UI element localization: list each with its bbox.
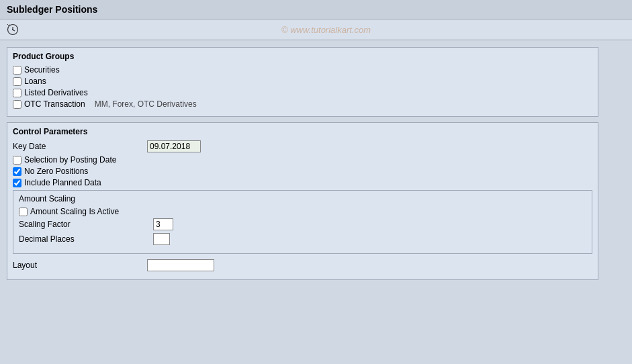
otc-sublabel: MM, Forex, OTC Derivatives xyxy=(95,99,197,109)
listed-derivatives-label: Listed Derivatives xyxy=(24,88,88,97)
securities-label: Securities xyxy=(24,65,60,75)
include-planned-data-checkbox[interactable] xyxy=(13,179,21,187)
selection-posting-date-checkbox[interactable] xyxy=(13,156,21,165)
otc-transaction-label: OTC Transaction xyxy=(24,99,85,109)
layout-label: Layout xyxy=(13,261,147,270)
page-title: Subledger Positions xyxy=(7,4,625,15)
amount-scaling-active-row: Amount Scaling Is Active xyxy=(19,207,586,216)
main-content: Product Groups Securities Loans Listed D… xyxy=(0,40,632,292)
listed-derivatives-row: Listed Derivatives xyxy=(13,88,592,97)
clock-icon[interactable] xyxy=(5,22,20,37)
include-planned-data-label: Include Planned Data xyxy=(24,178,101,187)
decimal-places-row: Decimal Places xyxy=(19,233,586,245)
watermark: © www.tutorialkart.com xyxy=(26,25,627,35)
listed-derivatives-checkbox[interactable] xyxy=(13,89,21,97)
svg-point-3 xyxy=(12,29,13,30)
include-planned-data-row: Include Planned Data xyxy=(13,178,592,187)
title-bar: Subledger Positions xyxy=(0,0,632,19)
key-date-label: Key Date xyxy=(13,142,147,151)
layout-input[interactable] xyxy=(147,259,214,271)
securities-checkbox[interactable] xyxy=(13,66,21,75)
no-zero-positions-checkbox[interactable] xyxy=(13,167,21,176)
amount-scaling-active-checkbox[interactable] xyxy=(19,208,28,216)
product-groups-section: Product Groups Securities Loans Listed D… xyxy=(7,47,598,117)
scaling-factor-row: Scaling Factor xyxy=(19,218,586,230)
product-groups-title: Product Groups xyxy=(13,52,592,61)
no-zero-positions-row: No Zero Positions xyxy=(13,167,592,176)
scaling-factor-label: Scaling Factor xyxy=(19,220,153,229)
amount-scaling-active-label: Amount Scaling Is Active xyxy=(30,207,119,216)
amount-scaling-section: Amount Scaling Amount Scaling Is Active … xyxy=(13,190,592,254)
otc-transaction-checkbox[interactable] xyxy=(13,100,21,109)
loans-label: Loans xyxy=(24,77,46,86)
otc-transaction-row: OTC Transaction MM, Forex, OTC Derivativ… xyxy=(13,99,592,109)
control-parameters-section: Control Parameters Key Date Selection by… xyxy=(7,122,598,280)
loans-row: Loans xyxy=(13,77,592,86)
selection-posting-date-row: Selection by Posting Date xyxy=(13,155,592,165)
decimal-places-input[interactable] xyxy=(153,233,170,245)
amount-scaling-title: Amount Scaling xyxy=(19,194,586,203)
toolbar: © www.tutorialkart.com xyxy=(0,19,632,40)
loans-checkbox[interactable] xyxy=(13,77,21,86)
key-date-input[interactable] xyxy=(147,140,201,152)
control-parameters-title: Control Parameters xyxy=(13,127,592,136)
layout-row: Layout xyxy=(13,259,592,271)
securities-row: Securities xyxy=(13,65,592,75)
no-zero-positions-label: No Zero Positions xyxy=(24,167,88,176)
decimal-places-label: Decimal Places xyxy=(19,234,153,244)
selection-posting-date-label: Selection by Posting Date xyxy=(24,155,116,165)
key-date-row: Key Date xyxy=(13,140,592,152)
scaling-factor-input[interactable] xyxy=(153,218,173,230)
